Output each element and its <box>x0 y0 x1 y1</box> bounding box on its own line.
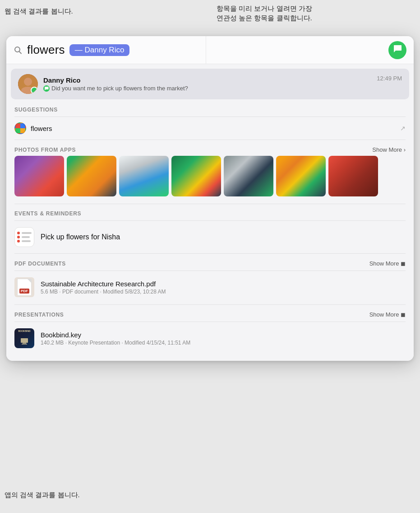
pdf-file-icon: PDF <box>14 277 34 297</box>
search-icon <box>14 46 23 55</box>
search-query-text[interactable]: flowers <box>27 43 65 57</box>
photo-thumbnail-7[interactable] <box>328 156 378 196</box>
svg-rect-2 <box>21 338 28 343</box>
svg-line-1 <box>19 51 22 54</box>
safari-icon <box>14 122 26 134</box>
suggestions-label: Suggestions <box>6 102 414 115</box>
pdf-section-label: PDF Documents <box>14 261 66 267</box>
annotation-preview: 항목을 미리 보거나 열려면 가장연관성 높은 항목을 클릭합니다. <box>217 4 312 23</box>
photo-thumbnail-2[interactable] <box>67 156 116 196</box>
photo-thumbnail-6[interactable] <box>276 156 326 196</box>
pdf-section-header: PDF Documents Show More ◼ <box>6 256 414 269</box>
event-title: Pick up flowers for Nisha <box>41 233 120 241</box>
messages-badge-icon <box>31 87 38 94</box>
photos-row <box>6 156 414 202</box>
spotlight-window: flowers — Danny Rico Danny Rico <box>6 36 414 361</box>
messages-app-icon[interactable] <box>388 41 406 59</box>
events-sub-divider <box>14 220 406 221</box>
pdf-file-info: Sustainable Architecture Research.pdf 5.… <box>41 280 166 295</box>
pdf-sub-divider <box>14 270 406 271</box>
message-small-icon <box>43 85 50 92</box>
annotation-app-search: 앱의 검색 결과를 봅니다. <box>5 491 80 499</box>
message-preview-text: Did you want me to pick up flowers from … <box>43 85 371 92</box>
photo-thumbnail-4[interactable] <box>171 156 221 196</box>
pdf-result-row[interactable]: PDF Sustainable Architecture Research.pd… <box>6 273 414 303</box>
photos-top-divider <box>14 140 406 140</box>
suggestion-row[interactable]: flowers ↗ <box>6 119 414 138</box>
svg-rect-3 <box>23 343 26 344</box>
presentations-section-header: Presentations Show More ◼ <box>6 307 414 320</box>
events-top-divider <box>14 204 406 204</box>
suggestions-divider <box>14 117 406 117</box>
suggestion-arrow-icon: ↗ <box>400 125 406 132</box>
search-filter-tag[interactable]: — Danny Rico <box>69 44 130 56</box>
search-bar: flowers — Danny Rico <box>6 36 414 64</box>
annotation-web-search: 웹 검색 결과를 봅니다. <box>5 6 73 16</box>
avatar <box>18 74 38 94</box>
reminder-icon <box>14 227 34 247</box>
svg-rect-4 <box>22 344 27 345</box>
presentations-section-label: Presentations <box>14 312 64 318</box>
pdf-file-meta: 5.6 MB · PDF document · Modified 5/8/23,… <box>41 289 166 295</box>
presentations-top-divider <box>14 304 406 305</box>
message-time: 12:49 PM <box>377 75 402 82</box>
photos-section-header: Photos From Apps Show More › <box>6 142 414 156</box>
pdf-top-divider <box>14 253 406 254</box>
presentations-show-more-button[interactable]: Show More ◼ <box>369 311 406 318</box>
messages-bubble-icon <box>392 44 402 56</box>
message-result-row[interactable]: Danny Rico Did you want me to pick up fl… <box>11 69 409 99</box>
keynote-filename: Bookbind.key <box>41 331 190 339</box>
search-bar-divider <box>206 36 206 64</box>
pdf-filename: Sustainable Architecture Research.pdf <box>41 280 166 288</box>
photo-thumbnail-3[interactable] <box>119 156 169 196</box>
presentations-sub-divider <box>14 322 406 322</box>
pdf-show-more-button[interactable]: Show More ◼ <box>369 260 406 267</box>
events-section-label: Events & Reminders <box>6 206 414 219</box>
keynote-file-info: Bookbind.key 140.2 MB · Keynote Presenta… <box>41 331 190 346</box>
keynote-file-meta: 140.2 MB · Keynote Presentation · Modifi… <box>41 340 190 346</box>
suggestion-text: flowers <box>31 125 396 132</box>
photos-show-more-button[interactable]: Show More › <box>372 146 406 153</box>
events-row[interactable]: Pick up flowers for Nisha <box>6 223 414 252</box>
photos-section-label: Photos From Apps <box>14 147 76 153</box>
photo-thumbnail-5[interactable] <box>224 156 273 196</box>
presentations-result-row[interactable]: BOOKBIND Bookbind.key 140.2 MB · Keynote… <box>6 324 414 354</box>
message-sender-name: Danny Rico <box>43 76 371 84</box>
photo-thumbnail-1[interactable] <box>14 156 64 196</box>
keynote-thumbnail: BOOKBIND <box>14 328 34 348</box>
message-content: Danny Rico Did you want me to pick up fl… <box>43 76 371 92</box>
